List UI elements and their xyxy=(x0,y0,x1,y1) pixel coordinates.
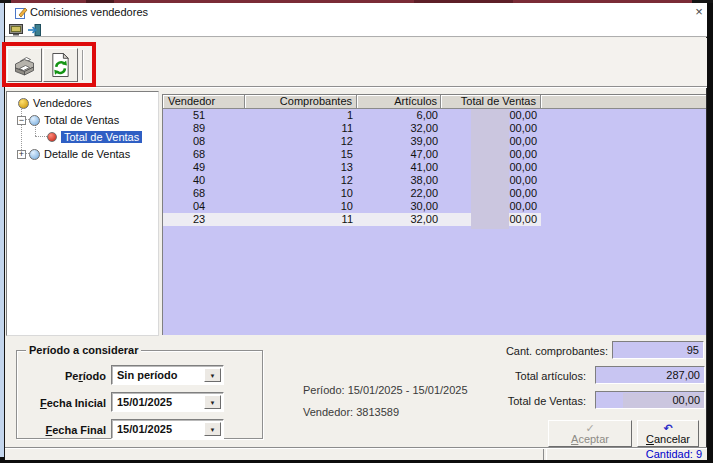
periodo-info-line: Período: 15/01/2025 - 15/01/2025 xyxy=(303,384,468,396)
window-title: Comisiones vendedores xyxy=(30,6,148,18)
table-cell[interactable]: 30,00 xyxy=(357,200,441,213)
table-cell[interactable]: 6,00 xyxy=(357,109,441,122)
tree-item-label: Total de Ventas xyxy=(44,114,119,126)
app-icon xyxy=(14,6,28,20)
table-cell[interactable]: 89 xyxy=(163,122,245,135)
table-row[interactable]: 891132,0000,00 xyxy=(163,122,706,135)
table-cell[interactable]: 68 xyxy=(163,187,245,200)
yellow-node-icon xyxy=(18,98,29,109)
column-header-1[interactable]: Vendedor xyxy=(163,95,245,109)
dropdown-arrow-icon[interactable]: ▼ xyxy=(204,368,221,382)
table-row[interactable]: 491341,0000,00 xyxy=(163,161,706,174)
exit-icon[interactable] xyxy=(27,24,42,36)
column-header-filler xyxy=(541,95,706,109)
window: Comisiones vendedores × xyxy=(0,3,707,457)
table-header: VendedorComprobantesArtículosTotal de Ve… xyxy=(163,95,706,109)
total-ventas-label: Total de Ventas: xyxy=(455,395,586,407)
table-cell[interactable]: 13 xyxy=(245,161,357,174)
periodo-combobox[interactable]: Sin período ▼ xyxy=(111,365,224,385)
table-body: 5116,0000,00891132,0000,00081239,0000,00… xyxy=(163,109,706,226)
cantidad-status: Cantidad: 9 xyxy=(646,448,702,461)
table-cell[interactable]: 38,00 xyxy=(357,174,441,187)
column-header-4[interactable]: Total de Ventas xyxy=(441,95,541,109)
dropdown-arrow-icon[interactable]: ▼ xyxy=(204,395,221,409)
table-row[interactable]: 081239,0000,00 xyxy=(163,135,706,148)
expand-toggle-icon[interactable]: + xyxy=(17,150,26,159)
tree-item-label: Detalle de Ventas xyxy=(44,148,130,160)
fecha-final-combobox[interactable]: 15/01/2025 ▼ xyxy=(111,419,224,439)
aceptar-button[interactable]: ✓ Aceptar xyxy=(548,420,632,447)
table-cell[interactable]: 41,00 xyxy=(357,161,441,174)
column-header-2[interactable]: Comprobantes xyxy=(245,95,357,109)
fecha-final-label: Fecha Final xyxy=(20,424,106,436)
fecha-final-value: 15/01/2025 xyxy=(117,423,172,435)
table-cell[interactable]: 11 xyxy=(245,213,357,226)
sales-table: VendedorComprobantesArtículosTotal de Ve… xyxy=(162,94,706,335)
table-cell[interactable]: 47,00 xyxy=(357,148,441,161)
status-bar: Cantidad: 9 xyxy=(5,447,707,460)
table-cell[interactable]: 12 xyxy=(245,135,357,148)
tree-item-total-de-ventas[interactable]: − Total de Ventas xyxy=(17,113,119,127)
table-cell[interactable]: 40 xyxy=(163,174,245,187)
table-row[interactable]: 5116,0000,00 xyxy=(163,109,706,122)
cancelar-label: Cancelar xyxy=(646,434,690,445)
blue-node-icon xyxy=(29,149,40,160)
redaction-overlay xyxy=(471,109,509,229)
cant-comprobantes-field: 95 xyxy=(612,341,704,359)
table-cell[interactable]: 10 xyxy=(245,200,357,213)
periodo-value: Sin período xyxy=(117,369,178,381)
title-bar: Comisiones vendedores × xyxy=(5,3,707,22)
cancelar-button[interactable]: ↶ Cancelar xyxy=(637,420,699,447)
table-cell[interactable]: 08 xyxy=(163,135,245,148)
periodo-label: Período xyxy=(20,370,106,382)
table-row[interactable]: 681022,0000,00 xyxy=(163,187,706,200)
total-articulos-label: Total artículos: xyxy=(455,370,586,382)
undo-arrow-icon: ↶ xyxy=(663,423,672,434)
column-header-3[interactable]: Artículos xyxy=(357,95,441,109)
monitor-icon[interactable] xyxy=(9,24,24,36)
table-cell[interactable]: 1 xyxy=(245,109,357,122)
table-cell[interactable]: 51 xyxy=(163,109,245,122)
table-cell[interactable]: 32,00 xyxy=(357,213,441,226)
table-cell[interactable]: 12 xyxy=(245,174,357,187)
status-divider xyxy=(543,449,547,460)
table-cell[interactable]: 68 xyxy=(163,148,245,161)
table-cell[interactable]: 04 xyxy=(163,200,245,213)
groupbox-title: Período a considerar xyxy=(26,344,141,356)
table-cell[interactable]: 49 xyxy=(163,161,245,174)
cant-comprobantes-label: Cant. comprobantes: xyxy=(470,345,608,357)
tree-item-vendedores[interactable]: Vendedores xyxy=(18,96,92,110)
table-cell[interactable]: 23 xyxy=(163,213,245,226)
fecha-inicial-combobox[interactable]: 15/01/2025 ▼ xyxy=(111,392,224,412)
fecha-inicial-label: Fecha Inicial xyxy=(20,397,106,409)
tree-item-label-selected: Total de Ventas xyxy=(61,131,142,143)
table-cell[interactable]: 10 xyxy=(245,187,357,200)
tree-panel: Vendedores − Total de Ventas Total de Ve… xyxy=(6,91,159,336)
vendedor-info-line: Vendedor: 3813589 xyxy=(303,406,399,418)
close-button[interactable]: × xyxy=(690,4,708,20)
table-row[interactable]: 681547,0000,00 xyxy=(163,148,706,161)
total-articulos-field: 287,00 xyxy=(595,366,705,384)
table-row[interactable]: 041030,0000,00 xyxy=(163,200,706,213)
aceptar-label: Aceptar xyxy=(571,434,609,445)
fecha-inicial-value: 15/01/2025 xyxy=(117,396,172,408)
highlight-annotation-rectangle xyxy=(2,42,96,87)
tree-connector xyxy=(35,136,47,138)
red-node-icon xyxy=(47,132,57,142)
total-ventas-value: 00,00 xyxy=(672,392,700,408)
total-ventas-field: 00,00 xyxy=(595,391,705,409)
toolbar xyxy=(5,38,707,87)
table-cell[interactable]: 22,00 xyxy=(357,187,441,200)
tree-item-total-de-ventas-child[interactable]: Total de Ventas xyxy=(47,130,142,144)
dropdown-arrow-icon[interactable]: ▼ xyxy=(204,422,221,436)
tree-item-detalle-de-ventas[interactable]: + Detalle de Ventas xyxy=(17,147,130,161)
table-cell[interactable]: 39,00 xyxy=(357,135,441,148)
check-icon: ✓ xyxy=(585,423,594,434)
table-cell[interactable]: 11 xyxy=(245,122,357,135)
table-cell[interactable]: 15 xyxy=(245,148,357,161)
collapse-toggle-icon[interactable]: − xyxy=(17,116,26,125)
blue-node-icon xyxy=(29,115,40,126)
menu-bar xyxy=(5,22,707,37)
table-row[interactable]: 401238,0000,00 xyxy=(163,174,706,187)
table-cell[interactable]: 32,00 xyxy=(357,122,441,135)
